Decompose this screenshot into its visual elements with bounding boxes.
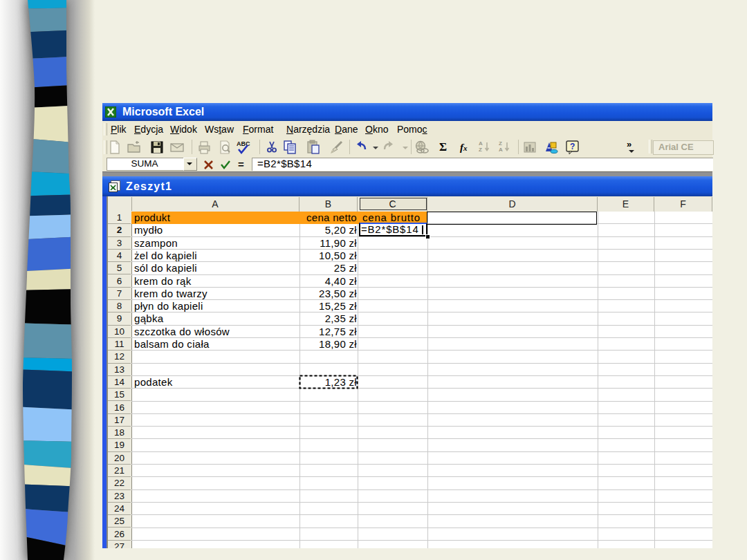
svg-text:Z: Z [479,147,482,153]
svg-text:Z: Z [499,140,502,147]
svg-text:?: ? [570,142,575,151]
svg-text:A: A [499,147,503,153]
svg-text:A: A [479,140,483,147]
svg-text:ABC: ABC [237,140,250,147]
